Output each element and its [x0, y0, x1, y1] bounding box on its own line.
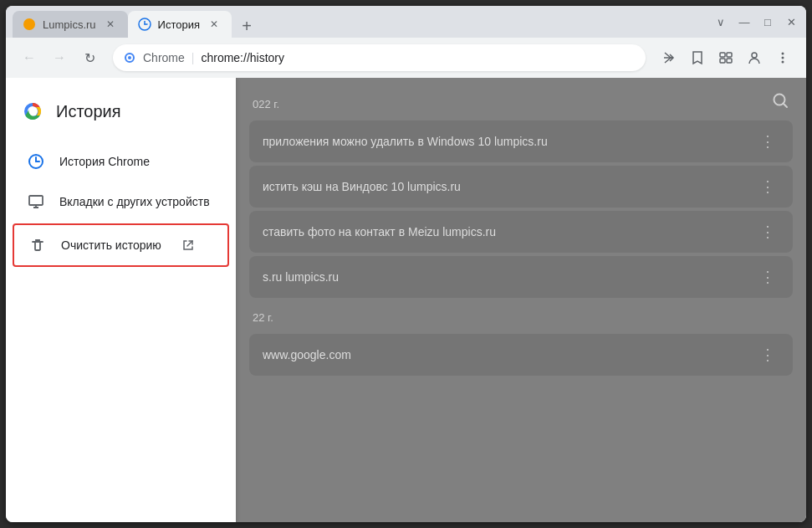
svg-point-10 — [752, 53, 757, 58]
history-entry-text-3: s.ru lumpics.ru — [263, 270, 756, 284]
forward-button[interactable]: → — [46, 44, 73, 71]
window-controls: ∨ — □ ✕ — [709, 6, 806, 38]
svg-rect-6 — [720, 53, 725, 57]
svg-point-13 — [782, 61, 784, 64]
tab-search-button[interactable]: ∨ — [709, 10, 733, 33]
svg-point-5 — [128, 56, 131, 59]
omnibar-actions — [656, 44, 796, 71]
date-label-1: 022 г. — [249, 98, 793, 110]
sidebar-item-history-chrome-label: История Chrome — [59, 155, 150, 168]
history-entry-4[interactable]: www.google.com ⋮ — [249, 334, 793, 376]
main-content: История История Chrome — [6, 78, 806, 522]
tab-history[interactable]: История ✕ — [128, 11, 232, 38]
share-button[interactable] — [656, 44, 682, 71]
sidebar-header: История — [6, 91, 236, 141]
monitor-icon — [26, 192, 46, 212]
tab-lumpics[interactable]: Lumpics.ru ✕ — [13, 11, 128, 38]
sidebar-item-history-chrome[interactable]: История Chrome — [6, 141, 236, 182]
history-entry-text-4: www.google.com — [263, 348, 756, 361]
trash-icon — [28, 235, 48, 255]
svg-point-16 — [29, 108, 36, 115]
history-entry-text-2: ставить фото на контакт в Meizu lumpics.… — [263, 225, 756, 238]
svg-rect-9 — [727, 59, 732, 63]
external-link-icon — [178, 235, 198, 255]
address-url: chrome://history — [201, 51, 284, 64]
date-label-2: 22 г. — [249, 311, 793, 324]
svg-line-25 — [784, 104, 788, 108]
history-entry-menu-0[interactable]: ⋮ — [756, 132, 779, 151]
history-entry-text-1: истить кэш на Виндовс 10 lumpics.ru — [263, 180, 756, 193]
svg-rect-8 — [720, 59, 725, 63]
close-button[interactable]: ✕ — [779, 10, 803, 33]
history-entry-2[interactable]: ставить фото на контакт в Meizu lumpics.… — [249, 211, 793, 253]
history-entry-menu-3[interactable]: ⋮ — [756, 268, 779, 286]
bookmark-button[interactable] — [684, 44, 711, 71]
address-bar[interactable]: Chrome | chrome://history — [113, 44, 646, 71]
svg-line-23 — [187, 241, 192, 246]
svg-point-12 — [782, 57, 784, 59]
sidebar-title: История — [56, 102, 121, 121]
history-entry-0[interactable]: приложения можно удалить в Windows 10 lu… — [249, 120, 793, 162]
browser-window: Lumpics.ru ✕ История ✕ + — [6, 6, 806, 522]
sidebar: История История Chrome — [6, 78, 236, 522]
profile-button[interactable] — [741, 44, 768, 71]
history-content: 022 г. приложения можно удалить в Window… — [236, 78, 806, 522]
tab-groups-button[interactable] — [712, 44, 739, 71]
history-entry-text-0: приложения можно удалить в Windows 10 lu… — [263, 135, 756, 148]
history-group-2: 22 г. www.google.com ⋮ — [249, 311, 793, 376]
maximize-button[interactable]: □ — [756, 10, 779, 33]
history-entry-1[interactable]: истить кэш на Виндовс 10 lumpics.ru ⋮ — [249, 166, 793, 208]
history-entry-menu-4[interactable]: ⋮ — [756, 346, 779, 364]
svg-point-0 — [23, 18, 35, 30]
sidebar-item-clear-history[interactable]: Очистить историю — [13, 223, 229, 267]
sidebar-item-tabs-other-label: Вкладки с других устройств — [59, 195, 210, 208]
lumpics-favicon — [23, 18, 36, 31]
sidebar-logo — [19, 98, 46, 125]
back-button[interactable]: ← — [16, 44, 43, 71]
clock-blue-icon — [26, 151, 46, 172]
address-favicon — [123, 51, 136, 64]
new-tab-button[interactable]: + — [235, 14, 258, 38]
history-group-1: 022 г. приложения можно удалить в Window… — [249, 98, 793, 298]
svg-rect-20 — [29, 196, 43, 205]
sidebar-item-clear-history-label: Очистить историю — [61, 238, 161, 252]
tab-lumpics-title: Lumpics.ru — [43, 18, 96, 31]
history-entry-3[interactable]: s.ru lumpics.ru ⋮ — [249, 256, 793, 298]
history-search-button[interactable] — [771, 91, 789, 115]
omnibar: ← → ↻ Chrome | chrome://history — [6, 38, 806, 78]
svg-point-11 — [782, 53, 784, 55]
tab-history-title: История — [158, 18, 200, 31]
address-separator: | — [192, 51, 195, 64]
history-favicon — [138, 18, 151, 31]
minimize-button[interactable]: — — [733, 10, 756, 33]
tab-lumpics-close[interactable]: ✕ — [103, 17, 118, 32]
address-chrome-label: Chrome — [143, 51, 185, 64]
history-entry-menu-2[interactable]: ⋮ — [756, 223, 779, 241]
tab-history-close[interactable]: ✕ — [207, 17, 222, 32]
tab-section: Lumpics.ru ✕ История ✕ + — [6, 6, 709, 38]
sidebar-item-tabs-other[interactable]: Вкладки с других устройств — [6, 182, 236, 222]
svg-rect-7 — [727, 53, 732, 57]
history-entry-menu-1[interactable]: ⋮ — [756, 177, 779, 196]
reload-button[interactable]: ↻ — [76, 44, 103, 71]
menu-button[interactable] — [769, 44, 796, 71]
tab-bar-area: Lumpics.ru ✕ История ✕ + — [6, 6, 806, 38]
